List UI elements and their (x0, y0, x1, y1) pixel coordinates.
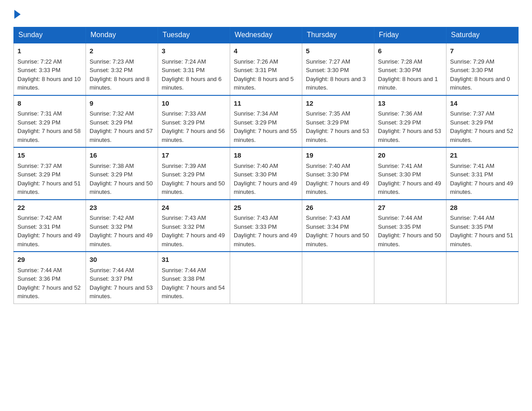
day-number: 19 (306, 150, 370, 161)
calendar-cell: 12Sunrise: 7:35 AMSunset: 3:29 PMDayligh… (302, 95, 374, 148)
calendar-day-header: Friday (374, 27, 446, 43)
day-number: 14 (450, 98, 515, 109)
calendar-day-header: Wednesday (230, 27, 302, 43)
calendar-cell: 9Sunrise: 7:32 AMSunset: 3:29 PMDaylight… (86, 95, 158, 148)
day-number: 9 (90, 98, 154, 109)
day-number: 11 (234, 98, 298, 109)
calendar-cell: 25Sunrise: 7:43 AMSunset: 3:33 PMDayligh… (230, 200, 302, 252)
calendar-cell: 4Sunrise: 7:26 AMSunset: 3:31 PMDaylight… (230, 43, 302, 95)
logo-blue-part (13, 9, 21, 19)
calendar-day-header: Saturday (446, 27, 519, 43)
day-number: 21 (450, 150, 515, 161)
calendar-cell: 16Sunrise: 7:38 AMSunset: 3:29 PMDayligh… (86, 147, 158, 200)
calendar-cell: 27Sunrise: 7:44 AMSunset: 3:35 PMDayligh… (374, 200, 446, 252)
calendar-cell: 5Sunrise: 7:27 AMSunset: 3:30 PMDaylight… (302, 43, 374, 95)
day-number: 12 (306, 98, 370, 109)
day-number: 22 (17, 203, 82, 213)
day-number: 23 (90, 203, 154, 213)
day-number: 24 (162, 203, 226, 213)
calendar-cell: 13Sunrise: 7:36 AMSunset: 3:29 PMDayligh… (374, 95, 446, 148)
day-number: 28 (450, 203, 515, 213)
calendar-table: SundayMondayTuesdayWednesdayThursdayFrid… (13, 27, 519, 304)
calendar-cell: 6Sunrise: 7:28 AMSunset: 3:30 PMDaylight… (374, 43, 446, 95)
calendar-cell: 28Sunrise: 7:44 AMSunset: 3:35 PMDayligh… (446, 200, 519, 252)
day-number: 15 (17, 150, 82, 161)
calendar-cell: 17Sunrise: 7:39 AMSunset: 3:29 PMDayligh… (158, 147, 230, 200)
calendar-cell: 18Sunrise: 7:40 AMSunset: 3:30 PMDayligh… (230, 147, 302, 200)
calendar-week-row: 8Sunrise: 7:31 AMSunset: 3:29 PMDaylight… (14, 95, 519, 148)
calendar-week-row: 1Sunrise: 7:22 AMSunset: 3:33 PMDaylight… (14, 43, 519, 95)
day-number: 31 (162, 255, 226, 265)
calendar-day-header: Sunday (14, 27, 86, 43)
calendar-week-row: 22Sunrise: 7:42 AMSunset: 3:31 PMDayligh… (14, 200, 519, 252)
calendar-day-header: Thursday (302, 27, 374, 43)
calendar-cell: 19Sunrise: 7:40 AMSunset: 3:30 PMDayligh… (302, 147, 374, 200)
day-number: 3 (162, 46, 226, 56)
page-header (13, 9, 519, 19)
calendar-cell: 14Sunrise: 7:37 AMSunset: 3:29 PMDayligh… (446, 95, 519, 148)
calendar-cell (446, 252, 519, 304)
day-number: 16 (90, 150, 154, 161)
day-number: 17 (162, 150, 226, 161)
calendar-cell: 29Sunrise: 7:44 AMSunset: 3:36 PMDayligh… (14, 252, 86, 304)
day-number: 10 (162, 98, 226, 109)
day-number: 7 (450, 46, 515, 56)
logo-arrow-icon (14, 10, 21, 19)
day-number: 26 (306, 203, 370, 213)
calendar-day-header: Tuesday (158, 27, 230, 43)
day-number: 6 (378, 46, 442, 56)
calendar-cell: 31Sunrise: 7:44 AMSunset: 3:38 PMDayligh… (158, 252, 230, 304)
calendar-cell: 11Sunrise: 7:34 AMSunset: 3:29 PMDayligh… (230, 95, 302, 148)
calendar-header-row: SundayMondayTuesdayWednesdayThursdayFrid… (14, 27, 519, 43)
calendar-cell: 3Sunrise: 7:24 AMSunset: 3:31 PMDaylight… (158, 43, 230, 95)
calendar-cell: 1Sunrise: 7:22 AMSunset: 3:33 PMDaylight… (14, 43, 86, 95)
calendar-cell: 24Sunrise: 7:43 AMSunset: 3:32 PMDayligh… (158, 200, 230, 252)
day-number: 27 (378, 203, 442, 213)
calendar-cell: 10Sunrise: 7:33 AMSunset: 3:29 PMDayligh… (158, 95, 230, 148)
calendar-cell: 23Sunrise: 7:42 AMSunset: 3:32 PMDayligh… (86, 200, 158, 252)
calendar-cell: 21Sunrise: 7:41 AMSunset: 3:31 PMDayligh… (446, 147, 519, 200)
day-number: 30 (90, 255, 154, 265)
calendar-week-row: 15Sunrise: 7:37 AMSunset: 3:29 PMDayligh… (14, 147, 519, 200)
calendar-cell: 2Sunrise: 7:23 AMSunset: 3:32 PMDaylight… (86, 43, 158, 95)
logo (13, 9, 21, 19)
day-number: 29 (17, 255, 82, 265)
calendar-cell: 8Sunrise: 7:31 AMSunset: 3:29 PMDaylight… (14, 95, 86, 148)
calendar-cell: 26Sunrise: 7:43 AMSunset: 3:34 PMDayligh… (302, 200, 374, 252)
calendar-cell (374, 252, 446, 304)
calendar-cell (230, 252, 302, 304)
day-number: 25 (234, 203, 298, 213)
calendar-cell: 30Sunrise: 7:44 AMSunset: 3:37 PMDayligh… (86, 252, 158, 304)
calendar-cell: 15Sunrise: 7:37 AMSunset: 3:29 PMDayligh… (14, 147, 86, 200)
day-number: 2 (90, 46, 154, 56)
day-number: 20 (378, 150, 442, 161)
calendar-week-row: 29Sunrise: 7:44 AMSunset: 3:36 PMDayligh… (14, 252, 519, 304)
calendar-cell: 22Sunrise: 7:42 AMSunset: 3:31 PMDayligh… (14, 200, 86, 252)
calendar-cell: 7Sunrise: 7:29 AMSunset: 3:30 PMDaylight… (446, 43, 519, 95)
day-number: 13 (378, 98, 442, 109)
day-number: 4 (234, 46, 298, 56)
day-number: 8 (17, 98, 82, 109)
day-number: 1 (17, 46, 82, 56)
day-number: 5 (306, 46, 370, 56)
calendar-cell (302, 252, 374, 304)
calendar-day-header: Monday (86, 27, 158, 43)
calendar-cell: 20Sunrise: 7:41 AMSunset: 3:30 PMDayligh… (374, 147, 446, 200)
day-number: 18 (234, 150, 298, 161)
